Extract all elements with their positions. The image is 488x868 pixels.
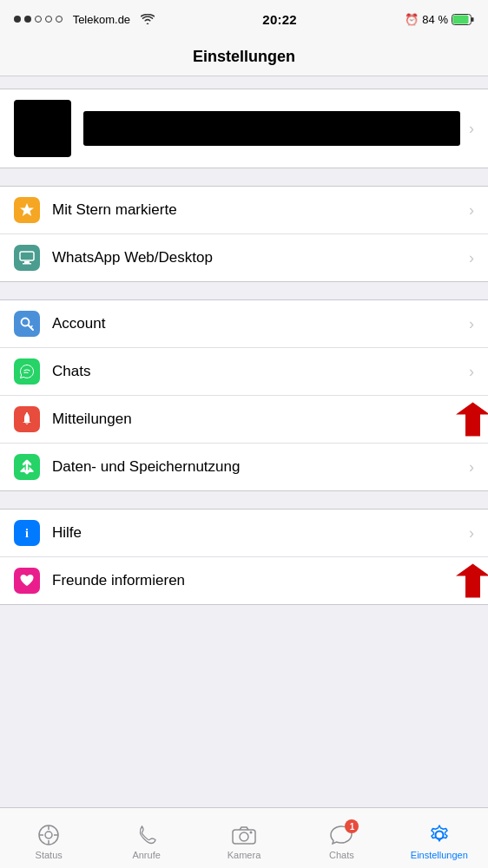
status-icon	[36, 823, 61, 847]
tab-bar: Status Anrufe Kamera 1 Chats	[0, 807, 488, 868]
tab-kamera[interactable]: Kamera	[195, 816, 293, 860]
wifi-icon	[141, 14, 155, 24]
section-help: i Hilfe › Freunde informieren ›	[0, 509, 488, 605]
status-time: 20:22	[262, 12, 296, 27]
kamera-tab-label: Kamera	[228, 850, 261, 860]
svg-marker-14	[456, 564, 488, 598]
friends-label: Freunde informieren	[52, 572, 469, 589]
svg-point-22	[240, 832, 248, 841]
section-settings: Account › Chats › Mitteilungen ›	[0, 299, 488, 491]
help-label: Hilfe	[52, 524, 469, 542]
status-left: Telekom.de	[14, 13, 155, 26]
menu-item-notifications[interactable]: Mitteilungen ›	[0, 396, 488, 444]
section-starred: Mit Stern markierte › WhatsApp Web/Deskt…	[0, 186, 488, 282]
menu-item-data[interactable]: Daten- und Speichernutzung ›	[0, 444, 488, 490]
gear-icon	[427, 823, 452, 847]
profile-chevron: ›	[469, 120, 474, 138]
battery-icon	[452, 14, 474, 25]
signal-dot-3	[35, 16, 42, 23]
desktop-icon	[14, 245, 40, 271]
alarm-icon: ⏰	[405, 13, 419, 26]
chats-chevron: ›	[469, 363, 474, 381]
tab-status[interactable]: Status	[0, 816, 97, 860]
menu-item-friends[interactable]: Freunde informieren ›	[0, 557, 488, 604]
tab-anrufe[interactable]: Anrufe	[97, 816, 195, 860]
profile-avatar	[14, 100, 71, 157]
data-chevron: ›	[469, 458, 474, 477]
svg-marker-3	[20, 203, 34, 216]
menu-item-chats[interactable]: Chats ›	[0, 348, 488, 396]
whatsapp-icon	[14, 358, 40, 385]
status-bar: Telekom.de 20:22 ⏰ 84 %	[0, 0, 488, 38]
red-arrow-2	[449, 557, 488, 605]
chats-label: Chats	[52, 363, 469, 380]
battery-label: 84 %	[422, 13, 448, 26]
starred-chevron: ›	[469, 201, 474, 220]
chat-icon: 1	[329, 823, 353, 847]
signal-dot-4	[45, 16, 52, 23]
notifications-label: Mitteilungen	[52, 411, 469, 428]
signal-dot-5	[56, 16, 63, 23]
svg-point-23	[250, 832, 253, 834]
svg-text:i: i	[25, 527, 29, 540]
menu-item-web[interactable]: WhatsApp Web/Desktop ›	[0, 234, 488, 281]
menu-item-help[interactable]: i Hilfe ›	[0, 510, 488, 557]
tab-chats[interactable]: 1 Chats	[293, 816, 390, 860]
web-label: WhatsApp Web/Desktop	[52, 249, 469, 266]
profile-info	[83, 111, 460, 146]
menu-item-account[interactable]: Account ›	[0, 300, 488, 348]
section-spacer-top	[0, 76, 488, 89]
tab-einstellungen[interactable]: Einstellungen	[391, 816, 488, 860]
svg-point-16	[45, 832, 52, 838]
anrufe-tab-label: Anrufe	[132, 850, 160, 860]
svg-rect-2	[453, 15, 469, 23]
account-chevron: ›	[469, 315, 474, 333]
camera-icon	[232, 823, 256, 847]
chat-badge: 1	[345, 819, 359, 833]
star-icon	[14, 197, 40, 223]
nav-bar: Einstellungen	[0, 38, 488, 76]
arrows-icon	[14, 454, 40, 480]
profile-row[interactable]: ›	[0, 89, 488, 168]
data-label: Daten- und Speichernutzung	[52, 458, 469, 476]
heart-icon	[14, 568, 40, 594]
svg-rect-1	[472, 17, 474, 22]
svg-point-8	[26, 412, 28, 414]
profile-section: ›	[0, 89, 488, 168]
phone-icon	[135, 823, 159, 847]
carrier-label: Telekom.de	[73, 13, 130, 26]
signal-dot-1	[14, 16, 21, 23]
svg-rect-6	[23, 263, 31, 265]
web-chevron: ›	[469, 249, 474, 267]
einstellungen-tab-label: Einstellungen	[411, 850, 468, 860]
svg-rect-4	[20, 252, 34, 260]
status-tab-label: Status	[36, 850, 63, 860]
svg-rect-5	[24, 261, 30, 263]
status-right: ⏰ 84 %	[405, 13, 474, 26]
account-label: Account	[52, 315, 469, 332]
help-chevron: ›	[469, 524, 474, 542]
info-icon: i	[14, 520, 40, 546]
svg-marker-9	[456, 403, 488, 437]
signal-dot-2	[24, 16, 31, 23]
key-icon	[14, 311, 40, 337]
starred-label: Mit Stern markierte	[52, 201, 469, 219]
red-arrow-1	[449, 396, 488, 444]
bell-icon	[14, 406, 40, 432]
menu-item-starred[interactable]: Mit Stern markierte ›	[0, 187, 488, 234]
page-title: Einstellungen	[193, 48, 295, 66]
chats-tab-label: Chats	[329, 850, 354, 860]
